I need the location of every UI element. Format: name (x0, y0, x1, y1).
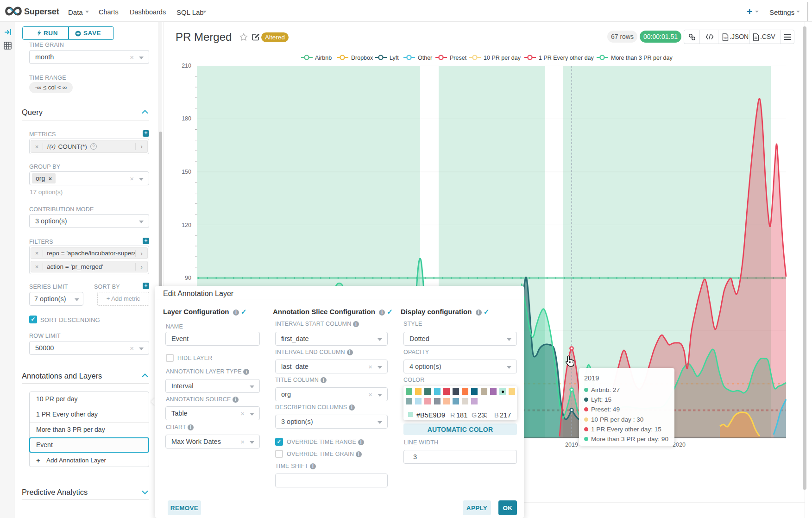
svg-text:10 PR per day: 10 PR per day (484, 55, 521, 61)
svg-text:2019: 2019 (565, 442, 578, 448)
svg-text:Airbnb: Airbnb (315, 55, 332, 61)
svg-text:180: 180 (182, 115, 191, 122)
svg-text:Lyft: Lyft (390, 55, 399, 61)
svg-text:1 PR Every other day: 1 PR Every other day (539, 55, 594, 61)
svg-text:More than 3 PR per day: More than 3 PR per day (611, 55, 673, 61)
svg-text:210: 210 (182, 63, 191, 69)
svg-text:Dropbox: Dropbox (351, 55, 373, 61)
svg-text:2020: 2020 (673, 442, 686, 448)
svg-text:Preset: Preset (450, 55, 467, 61)
svg-text:90: 90 (185, 275, 191, 281)
svg-text:150: 150 (182, 169, 191, 175)
svg-text:Other: Other (418, 55, 432, 61)
svg-text:120: 120 (182, 222, 191, 228)
